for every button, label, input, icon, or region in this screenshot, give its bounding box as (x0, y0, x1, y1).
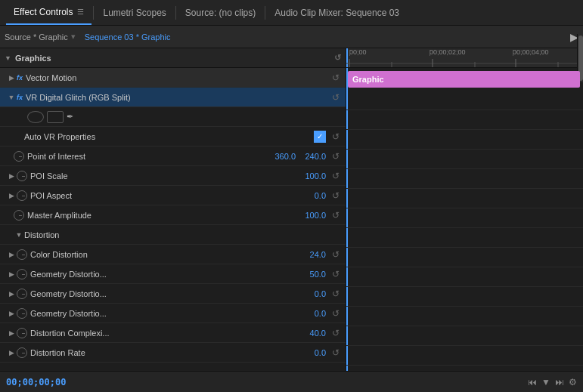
tl-playhead-14 (346, 346, 348, 365)
vr-glitch-arrow[interactable]: ▼ (6, 94, 17, 101)
geo-dist-3-reset[interactable]: ↺ (329, 307, 343, 320)
playback-start-icon[interactable]: ⏮ (528, 377, 537, 387)
geo-dist-3-value[interactable]: 0.0 (296, 309, 326, 318)
geo-dist-2-reset[interactable]: ↺ (329, 287, 343, 301)
poi-aspect-clock[interactable] (17, 190, 27, 201)
tl-playhead-10 (346, 267, 348, 286)
dist-complexity-value[interactable]: 40.0 (296, 329, 326, 338)
poi-value-y[interactable]: 240.0 (299, 152, 326, 161)
dist-complexity-arrow[interactable]: ▶ (6, 329, 17, 337)
effect-row-geo-dist-2: ▶ Geometry Distortio... 0.0 ↺ (0, 284, 346, 304)
tab-divider-3 (265, 6, 265, 20)
vector-motion-arrow[interactable]: ▶ (6, 74, 17, 82)
poi-scale-label: POI Scale (30, 171, 296, 181)
tab-divider-2 (175, 6, 176, 20)
tab-effect-controls[interactable]: Effect Controls ☰ (6, 0, 91, 25)
tab-audio-clip-mixer[interactable]: Audio Clip Mixer: Sequence 03 (267, 0, 407, 25)
poi-aspect-arrow[interactable]: ▶ (6, 192, 17, 199)
tab-effect-controls-label: Effect Controls (14, 7, 73, 17)
poi-value-x[interactable]: 360.0 (265, 152, 296, 161)
geo-dist-1-arrow[interactable]: ▶ (6, 270, 17, 278)
effect-row-vector-motion[interactable]: ▶ fx Vector Motion ↺ (0, 68, 346, 88)
fx-badge-vector-motion: fx (17, 74, 23, 82)
geo-dist-1-reset[interactable]: ↺ (329, 267, 343, 281)
geo-dist-2-arrow[interactable]: ▶ (6, 290, 17, 298)
auto-vr-reset[interactable]: ↺ (329, 130, 343, 144)
timeline-row-vr-glitch (346, 110, 583, 130)
current-timecode: 00;00;00;00 (6, 377, 66, 387)
tab-audio-clip-mixer-label: Audio Clip Mixer: Sequence 03 (274, 8, 399, 18)
dist-complexity-clock[interactable] (17, 328, 27, 338)
poi-scale-reset[interactable]: ↺ (329, 169, 343, 183)
dist-complexity-reset[interactable]: ↺ (329, 326, 343, 340)
timeline-row-poi-scale (346, 189, 583, 208)
tab-menu-icon[interactable]: ☰ (77, 8, 84, 16)
poi-reset[interactable]: ↺ (329, 150, 343, 163)
dist-rate-clock[interactable] (17, 347, 27, 358)
timeline-row-master-amp (346, 228, 583, 248)
vector-motion-reset[interactable]: ↺ (329, 71, 343, 85)
tl-playhead-6 (346, 189, 348, 208)
dist-rate-reset[interactable]: ↺ (329, 346, 343, 360)
geo-dist-3-arrow[interactable]: ▶ (6, 310, 17, 317)
poi-scale-clock[interactable] (17, 171, 27, 181)
poi-aspect-reset[interactable]: ↺ (329, 189, 343, 202)
tl-playhead-4 (346, 150, 348, 168)
color-dist-label: Color Distortion (30, 250, 296, 259)
color-dist-clock[interactable] (17, 249, 27, 260)
ruler-marks (346, 59, 577, 67)
timeline-row-auto-vr (346, 150, 583, 169)
geo-dist-2-clock[interactable] (17, 289, 27, 299)
geo-dist-1-clock[interactable] (17, 269, 27, 279)
master-amp-value[interactable]: 100.0 (296, 211, 326, 220)
geo-dist-2-label: Geometry Distortio... (30, 289, 296, 298)
section-collapse-icon[interactable]: ▼ (5, 54, 15, 62)
ruler-tick-1: 00;00;02;00 (429, 48, 466, 56)
pen-tool-icon[interactable]: ✒ (67, 112, 73, 122)
dist-rate-arrow[interactable]: ▶ (6, 349, 17, 357)
geo-dist-1-label: Geometry Distortio... (30, 270, 296, 279)
section-label: Graphics (15, 54, 51, 63)
effect-row-distortion[interactable]: ▼ Distortion (0, 225, 346, 245)
tab-lumetri-scopes[interactable]: Lumetri Scopes (95, 0, 173, 25)
vr-glitch-reset[interactable]: ↺ (329, 91, 343, 104)
tab-source[interactable]: Source: (no clips) (178, 0, 263, 25)
color-dist-arrow[interactable]: ▶ (6, 251, 17, 258)
oval-tool-button[interactable] (27, 111, 44, 123)
rect-tool-button[interactable] (47, 111, 64, 123)
master-amp-reset[interactable]: ↺ (329, 208, 343, 222)
distortion-arrow[interactable]: ▼ (14, 231, 24, 239)
tab-divider-1 (93, 6, 94, 20)
geo-dist-1-value[interactable]: 50.0 (296, 270, 326, 279)
main-layout: ▼ Graphics ↺ ▶ fx Vector Motion ↺ ▼ fx V… (0, 48, 583, 371)
sequence-label[interactable]: Sequence 03 * Graphic (85, 32, 171, 42)
effect-row-vr-digital-glitch[interactable]: ▼ fx VR Digital Glitch (RGB Split) ↺ (0, 88, 346, 107)
master-amp-label: Master Amplitude (27, 211, 296, 220)
section-reset-icon[interactable]: ↺ (334, 53, 341, 63)
dist-complexity-label: Distortion Complexi... (30, 329, 296, 338)
tl-playhead-2 (346, 110, 348, 129)
geo-dist-3-clock[interactable] (17, 308, 27, 319)
poi-scale-arrow[interactable]: ▶ (6, 172, 17, 180)
auto-vr-checkbox[interactable] (314, 131, 326, 143)
source-label: Source * Graphic (5, 32, 68, 42)
color-dist-value[interactable]: 24.0 (296, 250, 326, 259)
filter-icon[interactable]: ▼ (541, 377, 550, 387)
timeline-row-color-dist (346, 267, 583, 287)
poi-scale-value[interactable]: 100.0 (296, 171, 326, 181)
clip-playhead (346, 68, 348, 91)
poi-clock-icon[interactable] (14, 151, 24, 162)
master-amp-clock[interactable] (14, 210, 24, 221)
poi-aspect-value[interactable]: 0.0 (296, 191, 326, 200)
timeline-content: Graphic (346, 68, 583, 371)
color-dist-reset[interactable]: ↺ (329, 248, 343, 261)
left-panel: ▼ Graphics ↺ ▶ fx Vector Motion ↺ ▼ fx V… (0, 48, 346, 371)
graphic-clip[interactable]: Graphic (348, 71, 580, 88)
geo-dist-2-value[interactable]: 0.0 (296, 289, 326, 298)
dist-rate-value[interactable]: 0.0 (296, 348, 326, 357)
settings-icon[interactable]: ⚙ (569, 377, 577, 387)
export-icon[interactable]: ⏭ (555, 377, 564, 387)
graphic-clip-label: Graphic (352, 75, 384, 84)
effect-row-dist-rate: ▶ Distortion Rate 0.0 ↺ (0, 343, 346, 363)
right-panel: 00;00 00;00;02;00 00;00;04;00 (346, 48, 583, 371)
